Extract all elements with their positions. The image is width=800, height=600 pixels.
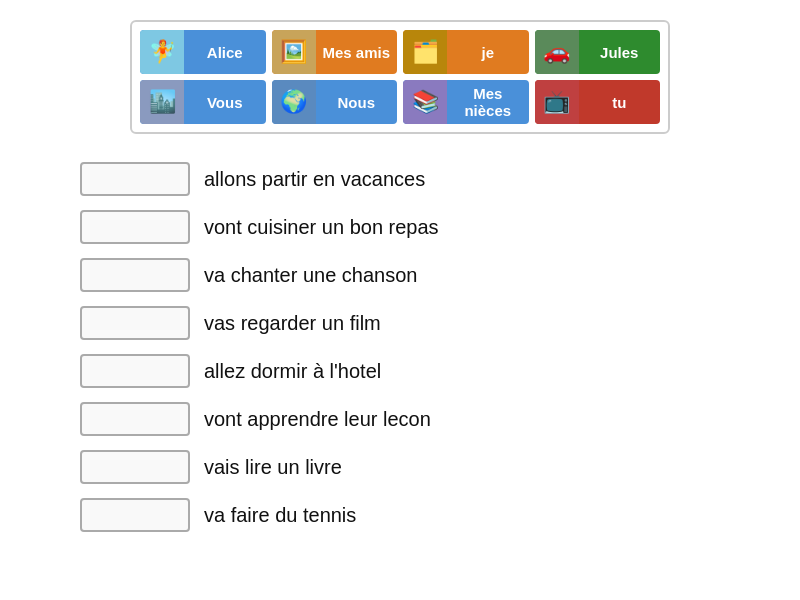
tile-label-jules: Jules	[579, 44, 661, 61]
word-tile-je[interactable]: 🗂️ je	[403, 30, 529, 74]
exercise-row: allez dormir à l'hotel	[80, 354, 740, 388]
word-tile-tu[interactable]: 📺 tu	[535, 80, 661, 124]
tile-image-tu: 📺	[535, 80, 579, 124]
tile-image-mes-nieces: 📚	[403, 80, 447, 124]
exercise-text-1: allons partir en vacances	[204, 168, 425, 191]
word-tile-jules[interactable]: 🚗 Jules	[535, 30, 661, 74]
word-tile-mes-amis[interactable]: 🖼️ Mes amis	[272, 30, 398, 74]
answer-box-4[interactable]	[80, 306, 190, 340]
main-container: 🧚 Alice 🖼️ Mes amis 🗂️ je 🚗 Jules 🏙️ Vou…	[0, 0, 800, 552]
exercise-row: va chanter une chanson	[80, 258, 740, 292]
exercise-text-7: vais lire un livre	[204, 456, 342, 479]
answer-box-5[interactable]	[80, 354, 190, 388]
word-tile-alice[interactable]: 🧚 Alice	[140, 30, 266, 74]
exercise-row: vont apprendre leur lecon	[80, 402, 740, 436]
answer-box-6[interactable]	[80, 402, 190, 436]
answer-box-2[interactable]	[80, 210, 190, 244]
exercise-text-8: va faire du tennis	[204, 504, 356, 527]
exercise-text-2: vont cuisiner un bon repas	[204, 216, 439, 239]
exercise-row: vont cuisiner un bon repas	[80, 210, 740, 244]
word-tile-vous[interactable]: 🏙️ Vous	[140, 80, 266, 124]
tile-label-mes-amis: Mes amis	[316, 44, 398, 61]
tile-label-nous: Nous	[316, 94, 398, 111]
exercise-row: vais lire un livre	[80, 450, 740, 484]
answer-box-3[interactable]	[80, 258, 190, 292]
tile-image-nous: 🌍	[272, 80, 316, 124]
exercise-row: vas regarder un film	[80, 306, 740, 340]
exercise-text-5: allez dormir à l'hotel	[204, 360, 381, 383]
tile-image-je: 🗂️	[403, 30, 447, 74]
answer-box-7[interactable]	[80, 450, 190, 484]
tile-label-alice: Alice	[184, 44, 266, 61]
exercise-text-4: vas regarder un film	[204, 312, 381, 335]
tile-image-jules: 🚗	[535, 30, 579, 74]
word-tile-nous[interactable]: 🌍 Nous	[272, 80, 398, 124]
tile-image-vous: 🏙️	[140, 80, 184, 124]
exercise-text-3: va chanter une chanson	[204, 264, 418, 287]
tile-label-je: je	[447, 44, 529, 61]
answer-box-1[interactable]	[80, 162, 190, 196]
exercise-row: va faire du tennis	[80, 498, 740, 532]
answer-box-8[interactable]	[80, 498, 190, 532]
exercise-text-6: vont apprendre leur lecon	[204, 408, 431, 431]
tile-label-mes-nieces: Mes nièces	[447, 85, 529, 119]
word-tile-mes-nieces[interactable]: 📚 Mes nièces	[403, 80, 529, 124]
word-bank: 🧚 Alice 🖼️ Mes amis 🗂️ je 🚗 Jules 🏙️ Vou…	[130, 20, 670, 134]
exercise-list: allons partir en vacances vont cuisiner …	[60, 162, 740, 532]
tile-label-vous: Vous	[184, 94, 266, 111]
tile-image-mes-amis: 🖼️	[272, 30, 316, 74]
tile-label-tu: tu	[579, 94, 661, 111]
exercise-row: allons partir en vacances	[80, 162, 740, 196]
tile-image-alice: 🧚	[140, 30, 184, 74]
